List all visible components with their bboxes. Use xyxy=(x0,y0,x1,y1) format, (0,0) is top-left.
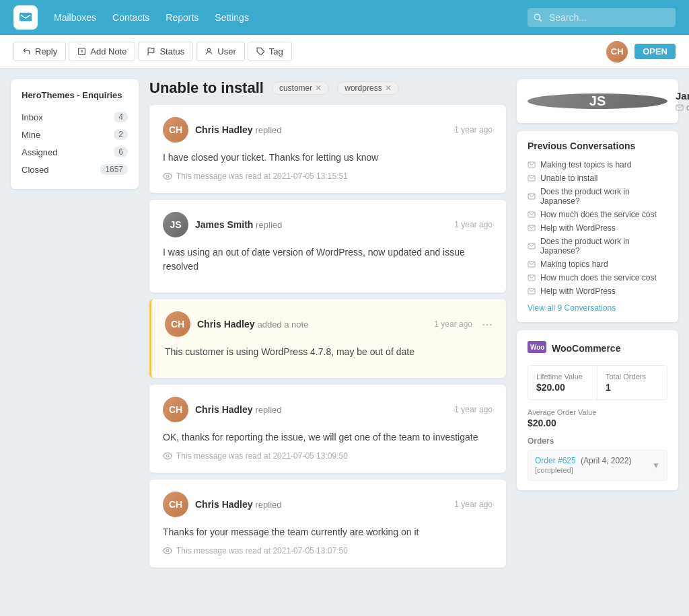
woo-logo-icon: Woo xyxy=(528,340,546,357)
msg1-header: CH Chris Hadley replied 1 year ago xyxy=(163,117,493,143)
sidebar-item-mine[interactable]: Mine 2 xyxy=(22,126,128,143)
prev-conv-item-7[interactable]: How much does the service cost xyxy=(528,271,667,284)
sidebar-title: HeroThemes - Enquiries xyxy=(22,90,128,100)
prev-conv-item-6[interactable]: Making topics hard xyxy=(528,258,667,271)
msg4-time: 1 year ago xyxy=(454,405,493,414)
contact-info: James Smith demo@herothemes.com xyxy=(676,90,689,112)
msg3-time: 1 year ago xyxy=(434,319,472,329)
assigned-count: 6 xyxy=(114,147,128,157)
note-menu-button[interactable]: ⋯ xyxy=(482,318,493,331)
sidebar-card: HeroThemes - Enquiries Inbox 4 Mine 2 As… xyxy=(11,79,139,189)
woo-order-item: Order #625 (April 4, 2022) [completed] ▼ xyxy=(528,450,667,481)
view-all-conversations[interactable]: View all 9 Conversations xyxy=(528,303,667,313)
woo-order-info: Order #625 (April 4, 2022) [completed] xyxy=(535,456,631,475)
svg-point-10 xyxy=(166,455,169,457)
mail-icon-3 xyxy=(528,210,536,219)
mail-icon-6 xyxy=(528,260,536,268)
msg5-author: Chris Hadley xyxy=(195,499,253,510)
msg4-avatar: CH xyxy=(163,397,188,422)
svg-point-7 xyxy=(208,48,211,51)
woo-order-chevron[interactable]: ▼ xyxy=(652,461,660,470)
svg-point-11 xyxy=(166,549,169,552)
mail-icon-2 xyxy=(528,192,536,200)
msg4-meta: Chris Hadley replied xyxy=(195,404,447,415)
woo-title: WooCommerce xyxy=(552,343,620,354)
message-card-3-note: CH Chris Hadley added a note 1 year ago … xyxy=(149,299,506,378)
msg3-author: Chris Hadley xyxy=(197,319,255,330)
remove-tag-wordpress[interactable]: ✕ xyxy=(385,83,392,93)
mail-icon-4 xyxy=(528,224,536,232)
reply-button[interactable]: Reply xyxy=(13,42,66,61)
msg5-header: CH Chris Hadley replied 1 year ago xyxy=(163,492,493,517)
prev-conv-item-3[interactable]: How much does the service cost xyxy=(528,208,667,221)
reply-icon xyxy=(22,47,31,56)
msg5-body: Thanks for your message the team current… xyxy=(163,525,493,539)
search-input[interactable] xyxy=(528,8,676,27)
contact-name: James Smith xyxy=(676,90,689,102)
sidebar-item-inbox[interactable]: Inbox 4 xyxy=(22,108,128,126)
msg2-action: replied xyxy=(256,220,282,230)
prev-conv-item-2[interactable]: Does the product work in Japanese? xyxy=(528,185,667,208)
tag-customer: customer ✕ xyxy=(272,81,329,95)
sidebar-item-closed[interactable]: Closed 1657 xyxy=(22,161,128,178)
nav-contacts[interactable]: Contacts xyxy=(112,12,149,23)
msg5-avatar: CH xyxy=(163,492,188,517)
status-button[interactable]: Status xyxy=(138,42,193,61)
closed-count: 1657 xyxy=(100,164,128,175)
nav-reports[interactable]: Reports xyxy=(166,12,198,23)
eye-icon-5 xyxy=(163,546,172,555)
msg5-meta: Chris Hadley replied xyxy=(195,499,447,510)
msg2-author: James Smith xyxy=(195,219,253,230)
user-button[interactable]: User xyxy=(196,42,244,61)
msg2-body: I was using an out of date version of Wo… xyxy=(163,245,493,274)
prev-conv-item-4[interactable]: Help with WordPress xyxy=(528,221,667,235)
msg5-time: 1 year ago xyxy=(454,500,493,509)
prev-conv-item-1[interactable]: Unable to install xyxy=(528,171,667,185)
nav-links: Mailboxes Contacts Reports Settings xyxy=(54,12,249,23)
woo-lifetime-value: Lifetime Value $20.00 xyxy=(528,366,597,399)
prev-conv-item-5[interactable]: Does the product work in Japanese? xyxy=(528,235,667,258)
nav-mailboxes[interactable]: Mailboxes xyxy=(54,12,96,23)
contact-card: JS James Smith demo@herothemes.com xyxy=(517,79,678,123)
tag-button[interactable]: Tag xyxy=(248,42,292,61)
msg3-header: CH Chris Hadley added a note 1 year ago … xyxy=(165,311,493,337)
nav-settings[interactable]: Settings xyxy=(215,12,249,23)
msg2-meta: James Smith replied xyxy=(195,219,447,230)
woo-orders-label: Orders xyxy=(528,436,667,446)
sidebar-item-assigned[interactable]: Assigned 6 xyxy=(22,143,128,161)
main-layout: HeroThemes - Enquiries Inbox 4 Mine 2 As… xyxy=(0,69,689,616)
previous-conversations-card: Previous Conversations Making test topic… xyxy=(517,131,678,322)
msg3-body: This customer is using WordPress 4.7.8, … xyxy=(165,345,493,359)
svg-rect-0 xyxy=(20,13,32,22)
msg4-header: CH Chris Hadley replied 1 year ago xyxy=(163,397,493,422)
woocommerce-card: Woo WooCommerce Lifetime Value $20.00 To… xyxy=(517,330,678,490)
center-column: Unable to install customer ✕ wordpress ✕… xyxy=(149,79,506,605)
conversation-header: Unable to install customer ✕ wordpress ✕ xyxy=(149,79,506,97)
msg1-action: replied xyxy=(255,125,281,135)
msg1-read: This message was read at 2021-07-05 13:1… xyxy=(163,171,493,181)
remove-tag-customer[interactable]: ✕ xyxy=(315,83,322,93)
prev-conv-item-0[interactable]: Making test topics is hard xyxy=(528,158,667,171)
contact-avatar: JS xyxy=(528,93,667,109)
contact-email: demo@herothemes.com xyxy=(676,103,689,112)
current-user-avatar: CH xyxy=(606,41,628,63)
msg3-meta: Chris Hadley added a note xyxy=(197,319,427,330)
msg1-author: Chris Hadley xyxy=(195,124,253,135)
woo-order-link[interactable]: Order #625 xyxy=(535,456,576,465)
woo-order-date: (April 4, 2022) xyxy=(581,456,631,465)
toolbar-right: CH OPEN xyxy=(606,41,676,63)
prev-conv-item-8[interactable]: Help with WordPress xyxy=(528,284,667,298)
svg-line-2 xyxy=(540,20,542,22)
message-card-1: CH Chris Hadley replied 1 year ago I hav… xyxy=(149,105,506,193)
msg5-action: replied xyxy=(255,500,281,510)
msg1-time: 1 year ago xyxy=(454,125,493,134)
tag-wordpress: wordpress ✕ xyxy=(337,81,398,95)
add-note-button[interactable]: Add Note xyxy=(69,42,135,61)
woo-avg-order: Average Order Value $20.00 xyxy=(528,408,667,428)
conversation-title: Unable to install xyxy=(149,79,264,97)
status-open-badge[interactable]: OPEN xyxy=(634,44,676,59)
woo-header: Woo WooCommerce xyxy=(528,340,667,357)
mail-icon-1 xyxy=(528,174,536,182)
top-nav: Mailboxes Contacts Reports Settings xyxy=(0,0,689,35)
flag-icon xyxy=(147,47,155,56)
